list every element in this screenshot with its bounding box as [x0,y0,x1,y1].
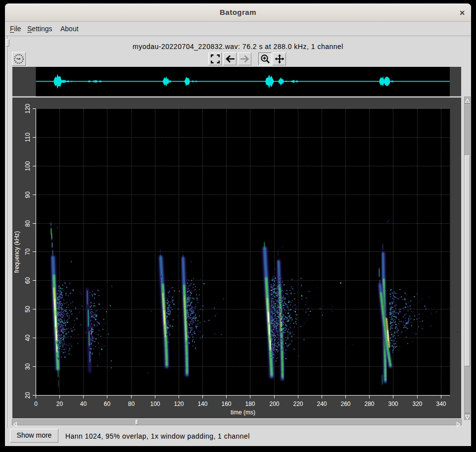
svg-text:110: 110 [24,133,31,142]
svg-text:20: 20 [56,401,63,407]
svg-text:60: 60 [104,401,111,407]
svg-text:time (ms): time (ms) [231,409,255,416]
svg-text:60: 60 [24,277,31,284]
svg-text:30: 30 [24,363,31,370]
svg-text:220: 220 [293,401,303,407]
svg-text:140: 140 [197,401,207,407]
svg-text:100: 100 [150,401,160,407]
svg-text:frequency (kHz): frequency (kHz) [13,231,20,273]
svg-text:100: 100 [24,161,31,171]
svg-text:120: 120 [174,401,184,407]
svg-text:340: 340 [436,401,446,407]
svg-text:300: 300 [388,401,398,407]
svg-text:40: 40 [24,335,31,342]
svg-text:0: 0 [34,401,38,407]
svg-text:280: 280 [364,401,374,407]
svg-text:180: 180 [245,401,255,407]
svg-text:240: 240 [317,401,327,407]
svg-text:90: 90 [24,192,31,199]
svg-text:80: 80 [128,401,135,407]
svg-text:40: 40 [80,401,87,407]
svg-text:260: 260 [340,401,350,407]
svg-text:20: 20 [24,392,31,399]
svg-text:80: 80 [24,220,31,227]
svg-text:70: 70 [24,249,31,255]
svg-text:50: 50 [24,306,31,313]
svg-text:200: 200 [269,401,279,407]
svg-text:120: 120 [24,103,31,113]
svg-text:320: 320 [412,401,422,407]
svg-text:160: 160 [221,401,231,407]
